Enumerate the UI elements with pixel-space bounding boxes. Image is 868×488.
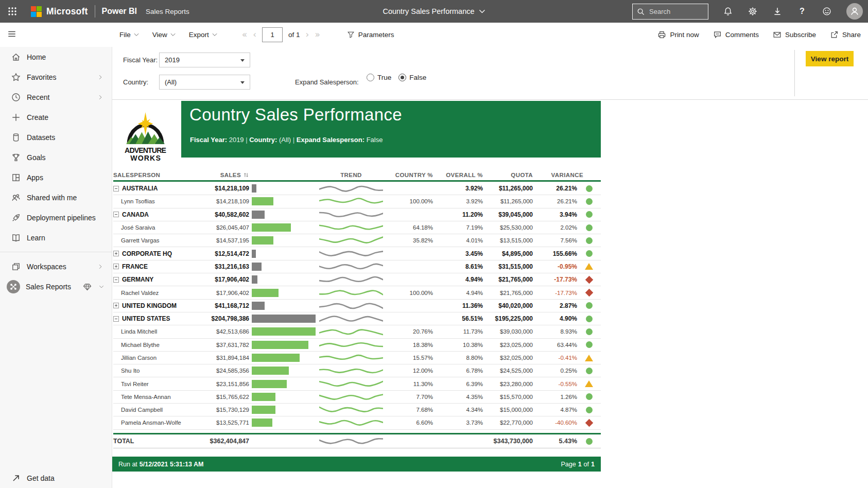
radio-true-icon[interactable] bbox=[367, 74, 374, 81]
sidebar-item-label: Apps bbox=[27, 173, 43, 182]
collapse-minus-icon[interactable] bbox=[113, 212, 119, 217]
variance-cell: -17.73% bbox=[533, 276, 577, 283]
user-avatar[interactable] bbox=[846, 3, 863, 20]
sales-data-bar bbox=[252, 302, 265, 310]
country-dropdown[interactable]: (All) bbox=[159, 75, 250, 90]
parameters-button[interactable]: Parameters bbox=[347, 31, 394, 39]
sidebar-item-datasets[interactable]: Datasets bbox=[0, 127, 112, 147]
salesperson-cell: Tete Mensa-Annan bbox=[113, 394, 190, 400]
collapse-minus-icon[interactable] bbox=[113, 316, 119, 322]
radio-true-label: True bbox=[377, 74, 391, 81]
kpi-circle-indicator bbox=[586, 198, 593, 205]
search-box[interactable] bbox=[632, 4, 708, 20]
col-header-sales[interactable]: SALES bbox=[190, 172, 249, 178]
settings-gear-icon[interactable] bbox=[748, 6, 758, 16]
variance-cell: 155.66% bbox=[533, 250, 577, 257]
expand-plus-icon[interactable] bbox=[113, 264, 119, 269]
sales-cell: $40,582,602 bbox=[190, 211, 249, 218]
kpi-triangle-indicator bbox=[585, 263, 593, 270]
nav-pane-toggle-icon[interactable] bbox=[7, 29, 16, 39]
logo-line1: ADVENTURE bbox=[125, 146, 166, 154]
book-icon bbox=[11, 233, 21, 242]
overall-pct-cell: 4.01% bbox=[433, 237, 483, 243]
sidebar-item-workspaces[interactable]: Workspaces bbox=[0, 256, 112, 276]
print-now-button[interactable]: Print now bbox=[657, 30, 699, 39]
fiscal-year-dropdown[interactable]: 2019 bbox=[159, 53, 250, 67]
sidebar-item-shared-with-me[interactable]: Shared with me bbox=[0, 187, 112, 207]
sidebar-item-create[interactable]: Create bbox=[0, 107, 112, 127]
kpi-circle-indicator bbox=[586, 224, 593, 231]
page-navigation: «‹of 1›» bbox=[242, 27, 320, 42]
expand-plus-icon[interactable] bbox=[113, 303, 119, 308]
overall-pct-cell: 6.78% bbox=[433, 368, 483, 374]
chevron-down-icon[interactable] bbox=[98, 284, 105, 290]
export-menu[interactable]: Export bbox=[189, 31, 217, 39]
sales-bar-cell bbox=[249, 341, 319, 349]
radio-option-true[interactable]: True bbox=[367, 74, 391, 81]
radio-option-false[interactable]: False bbox=[398, 74, 426, 81]
report-title-dropdown[interactable]: Country Sales Performance bbox=[383, 7, 485, 15]
notifications-bell-icon[interactable] bbox=[723, 6, 733, 16]
radio-false-icon[interactable] bbox=[398, 74, 406, 81]
chevron-right-icon bbox=[97, 264, 103, 270]
overall-pct-cell: 56.51% bbox=[433, 315, 483, 322]
sales-cell: $17,906,402 bbox=[190, 276, 249, 283]
sidebar-item-home[interactable]: Home bbox=[0, 47, 112, 67]
indicator-cell bbox=[577, 341, 601, 348]
report-menus: FileViewExport«‹of 1›»Parameters bbox=[119, 23, 394, 46]
salesperson-cell: Rachel Valdez bbox=[113, 290, 190, 296]
subscribe-button[interactable]: Subscribe bbox=[773, 30, 816, 39]
sidebar-item-recent[interactable]: Recent bbox=[0, 87, 112, 107]
feedback-smiley-icon[interactable] bbox=[822, 6, 832, 16]
sort-icon bbox=[243, 172, 249, 178]
collapse-minus-icon[interactable] bbox=[113, 186, 119, 191]
salesperson-cell: Garrett Vargas bbox=[113, 237, 190, 243]
sidebar-item-sales-reports-workspace[interactable]: Sales Reports bbox=[0, 276, 112, 297]
trend-sparkline bbox=[319, 196, 384, 207]
table-row: Shu Ito$24,585,35612.00%6.78%$24,525,000… bbox=[113, 364, 601, 377]
sidebar-item-apps[interactable]: Apps bbox=[0, 167, 112, 187]
waffle-menu-icon[interactable] bbox=[0, 0, 25, 23]
next-page-button[interactable]: › bbox=[306, 30, 309, 39]
page-number-input[interactable] bbox=[262, 27, 283, 42]
variance-cell: -0.95% bbox=[533, 263, 577, 270]
first-page-button[interactable]: « bbox=[242, 30, 247, 39]
last-page-button[interactable]: » bbox=[315, 30, 320, 39]
kpi-circle-indicator bbox=[586, 211, 593, 218]
sidebar-item-label: Workspaces bbox=[27, 263, 66, 271]
expand-plus-icon[interactable] bbox=[113, 251, 119, 256]
sidebar-item-learn[interactable]: Learn bbox=[0, 228, 112, 248]
total-pages: 1 bbox=[591, 461, 595, 468]
file-menu[interactable]: File bbox=[119, 31, 139, 39]
quota-cell: $24,525,000 bbox=[483, 368, 533, 374]
view-report-button[interactable]: View report bbox=[806, 51, 854, 66]
workspace-name: Sales Reports bbox=[26, 283, 71, 291]
topbar-right: ? bbox=[632, 3, 868, 20]
table-row: Lynn Tsoflias$14,218,109100.00%3.92%$11,… bbox=[113, 195, 601, 208]
search-input[interactable] bbox=[648, 7, 697, 16]
sidebar-item-deployment-pipelines[interactable]: Deployment pipelines bbox=[0, 207, 112, 228]
quota-cell: $4,895,000 bbox=[483, 250, 533, 257]
download-icon[interactable] bbox=[772, 6, 783, 16]
sidebar-item-goals[interactable]: Goals bbox=[0, 147, 112, 167]
apps-icon bbox=[11, 173, 21, 182]
report-banner: Country Sales Performance Fiscal Year: 2… bbox=[181, 101, 601, 158]
view-menu[interactable]: View bbox=[152, 31, 176, 39]
people-icon bbox=[11, 193, 21, 202]
comments-button[interactable]: Comments bbox=[713, 30, 759, 39]
variance-cell: -17.73% bbox=[533, 290, 577, 296]
sidebar-item-favorites[interactable]: Favorites bbox=[0, 67, 112, 87]
help-icon[interactable]: ? bbox=[797, 6, 807, 16]
previous-page-button[interactable]: ‹ bbox=[253, 30, 256, 39]
sales-data-bar bbox=[252, 367, 289, 375]
top-navbar: Microsoft Power BI Sales Reports Country… bbox=[0, 0, 868, 23]
fiscal-year-label: Fiscal Year: bbox=[123, 56, 158, 64]
premium-diamond-icon bbox=[83, 283, 92, 291]
collapse-minus-icon[interactable] bbox=[113, 277, 119, 283]
sales-bar-cell bbox=[249, 184, 319, 193]
sales-bar-cell bbox=[249, 289, 319, 297]
table-row: CANADA$40,582,60211.20%$39,045,0003.94% bbox=[113, 208, 601, 221]
sidebar-item-get-data[interactable]: Get data bbox=[0, 468, 112, 488]
share-button[interactable]: Share bbox=[830, 30, 861, 39]
indicator-cell bbox=[577, 393, 601, 400]
